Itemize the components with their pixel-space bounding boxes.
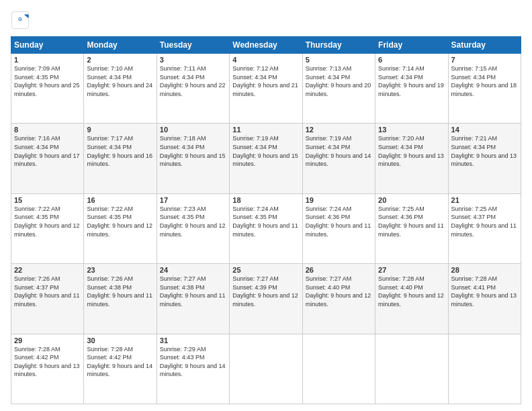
- calendar-cell: 27Sunrise: 7:28 AMSunset: 4:40 PMDayligh…: [375, 264, 448, 334]
- day-info: Sunrise: 7:27 AMSunset: 4:40 PMDaylight:…: [306, 275, 372, 308]
- day-number: 31: [160, 336, 226, 345]
- page: G SundayMondayTuesdayWednesdayThursdayFr…: [0, 0, 532, 411]
- calendar-cell: 1Sunrise: 7:09 AMSunset: 4:35 PMDaylight…: [11, 54, 84, 124]
- day-number: 15: [14, 196, 81, 204]
- calendar-cell: 18Sunrise: 7:24 AMSunset: 4:35 PMDayligh…: [230, 193, 302, 263]
- day-number: 30: [87, 336, 153, 345]
- day-info: Sunrise: 7:28 AMSunset: 4:42 PMDaylight:…: [14, 345, 81, 379]
- day-info: Sunrise: 7:25 AMSunset: 4:37 PMDaylight:…: [451, 205, 518, 238]
- calendar-cell: 31Sunrise: 7:29 AMSunset: 4:43 PMDayligh…: [157, 334, 229, 404]
- calendar-cell: 11Sunrise: 7:19 AMSunset: 4:34 PMDayligh…: [230, 124, 302, 193]
- day-info: Sunrise: 7:11 AMSunset: 4:34 PMDaylight:…: [160, 64, 226, 98]
- calendar-cell: 30Sunrise: 7:28 AMSunset: 4:42 PMDayligh…: [84, 334, 157, 404]
- day-info: Sunrise: 7:22 AMSunset: 4:35 PMDaylight:…: [87, 205, 153, 238]
- day-info: Sunrise: 7:13 AMSunset: 4:34 PMDaylight:…: [306, 64, 372, 98]
- day-number: 27: [378, 266, 445, 274]
- day-info: Sunrise: 7:23 AMSunset: 4:35 PMDaylight:…: [160, 205, 226, 238]
- calendar-cell: 17Sunrise: 7:23 AMSunset: 4:35 PMDayligh…: [157, 193, 229, 263]
- day-number: 6: [378, 56, 445, 64]
- day-number: 22: [14, 266, 81, 274]
- calendar-week-3: 15Sunrise: 7:22 AMSunset: 4:35 PMDayligh…: [11, 193, 521, 263]
- day-of-week-tuesday: Tuesday: [157, 37, 229, 54]
- day-number: 7: [451, 56, 518, 64]
- day-number: 10: [160, 126, 226, 134]
- day-info: Sunrise: 7:27 AMSunset: 4:38 PMDaylight:…: [160, 275, 226, 308]
- calendar-cell: 25Sunrise: 7:27 AMSunset: 4:39 PMDayligh…: [230, 264, 302, 334]
- calendar-cell: 28Sunrise: 7:28 AMSunset: 4:41 PMDayligh…: [448, 264, 521, 334]
- day-number: 4: [232, 56, 299, 64]
- day-number: 29: [14, 336, 81, 345]
- calendar-cell: 15Sunrise: 7:22 AMSunset: 4:35 PMDayligh…: [11, 193, 84, 263]
- calendar-cell: 13Sunrise: 7:20 AMSunset: 4:34 PMDayligh…: [375, 124, 448, 193]
- calendar-cell: 22Sunrise: 7:26 AMSunset: 4:37 PMDayligh…: [11, 264, 84, 334]
- header: G: [11, 11, 521, 30]
- day-info: Sunrise: 7:17 AMSunset: 4:34 PMDaylight:…: [87, 134, 153, 168]
- calendar-cell: 2Sunrise: 7:10 AMSunset: 4:34 PMDaylight…: [84, 54, 157, 124]
- calendar-cell: 10Sunrise: 7:18 AMSunset: 4:34 PMDayligh…: [157, 124, 229, 193]
- calendar-cell: 16Sunrise: 7:22 AMSunset: 4:35 PMDayligh…: [84, 193, 157, 263]
- calendar-cell: 7Sunrise: 7:15 AMSunset: 4:34 PMDaylight…: [448, 54, 521, 124]
- calendar-cell: 3Sunrise: 7:11 AMSunset: 4:34 PMDaylight…: [157, 54, 229, 124]
- day-number: 26: [306, 266, 372, 274]
- day-info: Sunrise: 7:28 AMSunset: 4:41 PMDaylight:…: [451, 275, 518, 308]
- calendar-cell: [302, 334, 375, 404]
- day-of-week-friday: Friday: [375, 37, 448, 54]
- day-info: Sunrise: 7:09 AMSunset: 4:35 PMDaylight:…: [14, 64, 81, 98]
- calendar-cell: 21Sunrise: 7:25 AMSunset: 4:37 PMDayligh…: [448, 193, 521, 263]
- day-number: 19: [306, 196, 372, 204]
- calendar-cell: 29Sunrise: 7:28 AMSunset: 4:42 PMDayligh…: [11, 334, 84, 404]
- day-of-week-monday: Monday: [84, 37, 157, 54]
- day-info: Sunrise: 7:26 AMSunset: 4:38 PMDaylight:…: [87, 275, 153, 308]
- day-number: 14: [451, 126, 518, 134]
- day-info: Sunrise: 7:24 AMSunset: 4:35 PMDaylight:…: [232, 205, 299, 238]
- day-info: Sunrise: 7:24 AMSunset: 4:36 PMDaylight:…: [306, 205, 372, 238]
- calendar-cell: 23Sunrise: 7:26 AMSunset: 4:38 PMDayligh…: [84, 264, 157, 334]
- day-number: 8: [14, 126, 81, 134]
- day-info: Sunrise: 7:26 AMSunset: 4:37 PMDaylight:…: [14, 275, 81, 308]
- day-number: 12: [306, 126, 372, 134]
- calendar-cell: [230, 334, 302, 404]
- day-of-week-wednesday: Wednesday: [230, 37, 302, 54]
- day-info: Sunrise: 7:21 AMSunset: 4:34 PMDaylight:…: [451, 134, 518, 168]
- calendar-cell: 20Sunrise: 7:25 AMSunset: 4:36 PMDayligh…: [375, 193, 448, 263]
- day-number: 2: [87, 56, 153, 64]
- day-number: 3: [160, 56, 226, 64]
- day-number: 13: [378, 126, 445, 134]
- logo: G: [11, 11, 32, 30]
- day-of-week-saturday: Saturday: [448, 37, 521, 54]
- calendar-week-1: 1Sunrise: 7:09 AMSunset: 4:35 PMDaylight…: [11, 54, 521, 124]
- day-info: Sunrise: 7:16 AMSunset: 4:34 PMDaylight:…: [14, 134, 81, 168]
- day-info: Sunrise: 7:15 AMSunset: 4:34 PMDaylight:…: [451, 64, 518, 98]
- svg-text:G: G: [18, 17, 22, 21]
- day-number: 28: [451, 266, 518, 274]
- calendar-cell: 14Sunrise: 7:21 AMSunset: 4:34 PMDayligh…: [448, 124, 521, 193]
- day-info: Sunrise: 7:27 AMSunset: 4:39 PMDaylight:…: [232, 275, 299, 308]
- day-of-week-thursday: Thursday: [302, 37, 375, 54]
- calendar-week-4: 22Sunrise: 7:26 AMSunset: 4:37 PMDayligh…: [11, 264, 521, 334]
- calendar-table: SundayMondayTuesdayWednesdayThursdayFrid…: [11, 36, 521, 404]
- logo-icon: G: [11, 11, 30, 30]
- day-info: Sunrise: 7:12 AMSunset: 4:34 PMDaylight:…: [232, 64, 299, 98]
- day-info: Sunrise: 7:19 AMSunset: 4:34 PMDaylight:…: [232, 134, 299, 168]
- day-number: 23: [87, 266, 153, 274]
- calendar-cell: 9Sunrise: 7:17 AMSunset: 4:34 PMDaylight…: [84, 124, 157, 193]
- day-number: 18: [232, 196, 299, 204]
- calendar-cell: 5Sunrise: 7:13 AMSunset: 4:34 PMDaylight…: [302, 54, 375, 124]
- day-number: 24: [160, 266, 226, 274]
- day-number: 1: [14, 56, 81, 64]
- day-number: 17: [160, 196, 226, 204]
- calendar-week-2: 8Sunrise: 7:16 AMSunset: 4:34 PMDaylight…: [11, 124, 521, 193]
- day-info: Sunrise: 7:28 AMSunset: 4:40 PMDaylight:…: [378, 275, 445, 308]
- day-of-week-sunday: Sunday: [11, 37, 84, 54]
- calendar-cell: 12Sunrise: 7:19 AMSunset: 4:34 PMDayligh…: [302, 124, 375, 193]
- day-number: 9: [87, 126, 153, 134]
- calendar-cell: [375, 334, 448, 404]
- calendar-cell: [448, 334, 521, 404]
- day-number: 16: [87, 196, 153, 204]
- day-number: 11: [232, 126, 299, 134]
- day-info: Sunrise: 7:20 AMSunset: 4:34 PMDaylight:…: [378, 134, 445, 168]
- day-info: Sunrise: 7:29 AMSunset: 4:43 PMDaylight:…: [160, 345, 226, 379]
- calendar-cell: 24Sunrise: 7:27 AMSunset: 4:38 PMDayligh…: [157, 264, 229, 334]
- calendar-header-row: SundayMondayTuesdayWednesdayThursdayFrid…: [11, 37, 521, 54]
- calendar-cell: 8Sunrise: 7:16 AMSunset: 4:34 PMDaylight…: [11, 124, 84, 193]
